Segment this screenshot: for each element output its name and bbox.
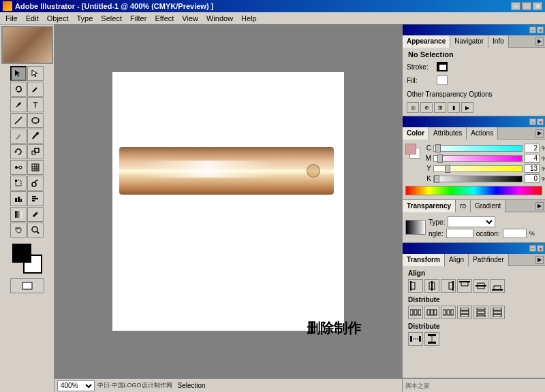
zoom-tool[interactable] — [27, 223, 44, 238]
svg-rect-33 — [22, 282, 32, 289]
appearance-icon-3[interactable]: ⊞ — [434, 102, 446, 113]
appearance-panel-close[interactable]: ✕ — [537, 27, 544, 33]
appearance-close-btn[interactable]: ▶ — [535, 37, 544, 46]
yellow-slider[interactable] — [433, 165, 523, 172]
magic-wand-tool[interactable] — [27, 82, 44, 97]
color-close-btn[interactable]: ▶ — [535, 129, 544, 137]
menu-file[interactable]: File — [1, 12, 22, 24]
normal-view-btn[interactable] — [10, 278, 44, 293]
zoom-dropdown[interactable]: 400% 200% 100% 50% — [57, 380, 95, 391]
symbol-sprayer-tool[interactable] — [27, 176, 44, 191]
scale-tool[interactable] — [27, 144, 44, 159]
svg-rect-63 — [493, 311, 501, 314]
dist-bottom-btn[interactable] — [490, 306, 505, 319]
appearance-icon-5[interactable]: ▶ — [461, 102, 473, 113]
minimize-button[interactable]: ─ — [511, 2, 520, 10]
menu-object[interactable]: Object — [43, 12, 73, 24]
selection-tool[interactable] — [10, 66, 27, 81]
tab-transform[interactable]: Transform — [403, 254, 445, 266]
tab-actions[interactable]: Actions — [467, 127, 498, 140]
tab-color[interactable]: Color — [403, 127, 429, 140]
canvas-area[interactable]: 删除制作 400% 200% 100% 50% 中日·中国LOGO设计制作网 S… — [54, 24, 402, 392]
fill-swatch-btn[interactable] — [437, 76, 448, 85]
tab-ro[interactable]: ro — [456, 200, 471, 212]
menu-edit[interactable]: Edit — [22, 12, 43, 24]
hand-tool[interactable] — [10, 223, 27, 238]
tab-attributes[interactable]: Attributes — [429, 127, 467, 140]
align-top-btn[interactable] — [457, 279, 472, 293]
tab-navigator[interactable]: Navigator — [450, 35, 488, 48]
align-bottom-btn[interactable] — [490, 279, 505, 293]
thumbnail-box — [1, 26, 53, 64]
type-tool[interactable]: T — [27, 97, 44, 112]
tab-appearance[interactable]: Appearance — [403, 35, 450, 48]
dist-space-h-btn[interactable] — [408, 332, 423, 346]
type-label: Type: — [429, 218, 445, 226]
tab-info[interactable]: Info — [488, 35, 509, 48]
close-button[interactable]: ✕ — [533, 2, 542, 10]
appearance-icon-1[interactable]: ◎ — [407, 102, 419, 113]
angle-input[interactable] — [446, 229, 473, 238]
align-left-btn[interactable] — [408, 279, 423, 293]
free-transform-tool[interactable] — [10, 176, 27, 191]
align-close-btn[interactable]: ▶ — [535, 256, 544, 264]
dist-vcenter-btn[interactable] — [473, 306, 488, 319]
tool-row-7 — [10, 160, 44, 175]
menu-view[interactable]: View — [178, 12, 202, 24]
pen-tool[interactable] — [10, 97, 27, 112]
dist-hcenter-btn[interactable] — [424, 306, 439, 319]
appearance-icon-4[interactable]: ▮ — [448, 102, 460, 113]
stroke-swatch-btn[interactable] — [437, 62, 448, 71]
menu-select[interactable]: Select — [97, 12, 126, 24]
align-panel-min[interactable]: ─ — [529, 245, 536, 252]
magenta-slider[interactable] — [433, 155, 523, 162]
dist-left-btn[interactable] — [408, 306, 423, 319]
cyan-slider[interactable] — [433, 145, 523, 152]
maximize-button[interactable]: □ — [522, 2, 531, 10]
line-tool[interactable] — [10, 113, 27, 128]
tab-transparency[interactable]: Transparency — [403, 200, 456, 212]
menu-type[interactable]: Type — [73, 12, 97, 24]
chinese-text: 删除制作 — [307, 319, 361, 338]
menu-effect[interactable]: Effect — [151, 12, 178, 24]
dist-right-btn[interactable] — [441, 306, 456, 319]
align-panel-close[interactable]: ✕ — [537, 245, 544, 252]
type-select[interactable]: Linear Radial — [448, 216, 495, 227]
black-slider[interactable] — [433, 176, 523, 182]
menu-window[interactable]: Window — [202, 12, 237, 24]
eyedropper-tool[interactable] — [27, 207, 44, 222]
direct-selection-tool[interactable] — [27, 66, 44, 81]
lasso-tool[interactable] — [10, 82, 27, 97]
align-hcenter-btn[interactable] — [424, 279, 439, 293]
color-fill-swatch[interactable] — [405, 144, 416, 154]
color-spectrum[interactable] — [405, 186, 542, 195]
mesh-tool[interactable] — [27, 160, 44, 175]
menu-help[interactable]: Help — [237, 12, 261, 24]
color-panel-min[interactable]: ─ — [529, 118, 536, 125]
pencil-tool[interactable] — [10, 129, 27, 144]
bar-graph-tool[interactable] — [27, 191, 44, 206]
gradient-swatch[interactable] — [405, 220, 426, 235]
trans-close-btn[interactable]: ▶ — [535, 202, 544, 210]
tab-align[interactable]: Align — [445, 254, 469, 266]
svg-rect-28 — [32, 200, 35, 201]
appearance-panel-min[interactable]: ─ — [529, 27, 536, 33]
dist-space-v-btn[interactable] — [424, 332, 439, 346]
tool-row-5 — [10, 129, 44, 144]
align-vcenter-btn[interactable] — [473, 279, 488, 293]
blend-tool[interactable] — [10, 160, 27, 175]
menu-filter[interactable]: Filter — [126, 12, 151, 24]
stroke-swatch[interactable] — [12, 244, 31, 263]
align-right-btn[interactable] — [441, 279, 456, 293]
ellipse-tool[interactable] — [27, 113, 44, 128]
color-panel-close[interactable]: ✕ — [537, 118, 544, 125]
gradient-tool[interactable] — [10, 207, 27, 222]
rotate-tool[interactable] — [10, 144, 27, 159]
tab-gradient[interactable]: Gradient — [471, 200, 505, 212]
appearance-icon-2[interactable]: ⊕ — [420, 102, 433, 113]
column-graph-tool[interactable] — [10, 191, 27, 206]
dist-top-btn[interactable] — [457, 306, 472, 319]
brush-tool[interactable] — [27, 129, 44, 144]
location-input[interactable] — [503, 229, 527, 238]
tab-pathfinder[interactable]: Pathfinder — [469, 254, 509, 266]
